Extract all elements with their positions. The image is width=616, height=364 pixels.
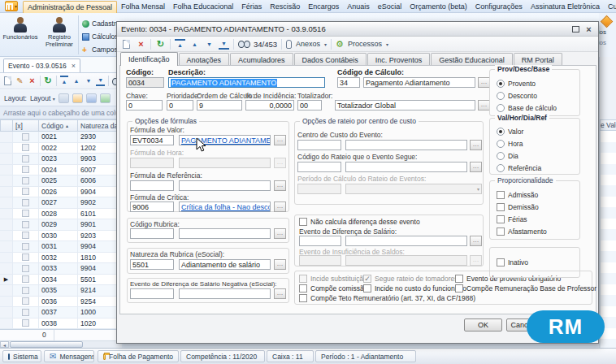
formula-valor-lookup-button[interactable]: … (274, 135, 286, 145)
centro-custo-name-field[interactable] (345, 140, 467, 150)
radio-option[interactable]: Referência (490, 162, 579, 174)
natureza-rubrica-lookup-button[interactable]: … (274, 259, 286, 270)
radio-option[interactable]: Dia (490, 150, 579, 162)
formula-referencia-lookup-button[interactable]: … (274, 180, 286, 191)
menu-tab[interactable]: Anuais (343, 1, 374, 13)
new-record-button[interactable] (3, 76, 12, 86)
compoe-remuneracao-checkbox[interactable]: Compõe Remuneração Base de Professor (455, 284, 596, 292)
dialog-tab[interactable]: Dados Contábeis (294, 53, 367, 66)
totalizador-code-field[interactable]: 00 (297, 100, 322, 110)
previous-record-button[interactable]: ▲ (189, 39, 200, 50)
descricao-field[interactable]: PAGAMENTO ADIANTAMENTO (168, 77, 325, 88)
formula-valor-name-field[interactable]: PAGAMENTO ADIANTAMENTO (179, 135, 271, 145)
delete-record-button[interactable]: × (28, 76, 37, 86)
first-record-button[interactable]: ▲ (175, 39, 185, 50)
dialog-title-bar[interactable]: Evento: 0034 - PAGAMENTO ADIANTAMENTO - … (117, 22, 598, 37)
scroll-left-icon[interactable]: ◂ (0, 341, 9, 348)
natureza-rubrica-code-field[interactable]: 5501 (130, 259, 174, 270)
formula-critica-code-field[interactable]: 9006 (130, 202, 174, 212)
inativo-checkbox[interactable]: Inativo (497, 258, 528, 266)
next-record-button[interactable]: ▼ (84, 76, 93, 86)
compoe-teto-checkbox[interactable]: Compõe Teto Remuneratório (art. 37, XI, … (299, 294, 475, 302)
next-record-button[interactable]: ▼ (204, 39, 215, 50)
prioridade-field[interactable]: 0 (167, 100, 193, 110)
new-record-button[interactable] (121, 39, 132, 50)
radio-option[interactable]: Desconto (490, 89, 579, 102)
evento-dif-lookup-button[interactable]: … (470, 236, 482, 246)
folha-pagamento-status[interactable]: Folha de Pagamento (98, 350, 179, 362)
ok-button[interactable]: OK (464, 318, 502, 332)
refresh-button[interactable]: ↻ (155, 39, 166, 50)
menu-tab[interactable]: Assinatura Eletrônica (527, 1, 604, 13)
radio-option[interactable]: Provento (490, 77, 579, 89)
table-row[interactable]: ▶ 0033 9904 (0, 263, 122, 275)
codigo-field[interactable]: 0034 (126, 77, 164, 88)
table-row[interactable]: ▶ 0024 6007 (0, 165, 122, 176)
codigo-calculo-name-field[interactable]: Pagamento Adiantamento (363, 77, 475, 88)
funcionarios-button[interactable]: Funcionários (2, 15, 39, 55)
last-record-button[interactable]: ▼ (96, 76, 105, 86)
layout-dropdown[interactable]: Layout ▾ (30, 94, 55, 102)
dialog-tab[interactable]: Acumuladores (230, 53, 293, 66)
delete-record-button[interactable]: × (136, 39, 146, 50)
menu-tab[interactable]: Folha Mensal (117, 1, 169, 13)
checkbox-option[interactable]: Férias (490, 213, 579, 225)
menu-tab[interactable]: Férias (237, 1, 266, 13)
formula-valor-code-field[interactable]: EVT0034 (130, 135, 174, 145)
codigo-rateio-code-field[interactable] (297, 162, 341, 172)
totalizador-name-field[interactable]: Totalizador Global (335, 100, 475, 110)
previous-record-button[interactable]: ▲ (72, 76, 80, 86)
evento-dif-code-field[interactable] (299, 236, 341, 246)
nao-calcula-checkbox[interactable]: Não calcula diferença desse evento (299, 218, 420, 226)
ordem-calculo-field[interactable]: 9 (197, 100, 242, 110)
table-row[interactable]: ▶ 0023 9903 (0, 154, 122, 165)
dialog-tab[interactable]: Identificação (120, 52, 178, 66)
relatorios-icon[interactable] (601, 15, 614, 28)
evento-dif-negativa-name-field[interactable] (179, 288, 271, 299)
layout-icon-1[interactable] (59, 93, 69, 103)
table-row[interactable]: ▶ 0028 6101 (0, 209, 122, 220)
scrollbar-thumb[interactable] (10, 341, 83, 348)
table-row[interactable]: ▶ 0032 1810 (0, 253, 122, 264)
table-row[interactable]: ▶ 0036 9254 (0, 297, 122, 308)
anexos-dropdown[interactable]: Anexos (296, 40, 320, 48)
formula-referencia-name-field[interactable] (179, 180, 271, 191)
maximize-icon[interactable] (570, 24, 581, 33)
registro-preliminar-button[interactable]: Registro Preliminar (41, 15, 78, 55)
menu-tab[interactable]: Configurações (471, 1, 527, 13)
incide-substituicao-checkbox[interactable]: Incide substituição (299, 275, 367, 283)
table-row[interactable]: ▶ 0034 5501 (0, 275, 122, 286)
checkbox-option[interactable]: Afastamento (490, 225, 579, 237)
radio-option[interactable]: Hora (490, 137, 579, 150)
dialog-tab[interactable]: Inc. Proventos (367, 53, 431, 66)
table-row[interactable]: ▶ 0021 2930 (0, 132, 122, 143)
search-icon[interactable] (238, 41, 249, 47)
sistema-button[interactable]: Sistema (2, 350, 41, 362)
table-row[interactable]: ▶ 0025 6006 (0, 176, 122, 187)
layout-icon-2[interactable] (72, 93, 83, 103)
totalizador-lookup-button[interactable]: … (478, 100, 490, 110)
menu-tab[interactable]: Rescisão (266, 1, 304, 13)
dialog-tab[interactable]: RM Portal (514, 53, 562, 66)
menu-tab[interactable]: Orçamento (beta) (406, 1, 471, 13)
menu-tab[interactable]: eSocial (374, 1, 406, 13)
checkbox-option[interactable]: Demissão (490, 201, 579, 213)
radio-option[interactable]: Base de cálculo (490, 102, 579, 114)
checkbox-option[interactable]: Admissão (490, 188, 579, 201)
menu-tab[interactable]: Administração de Pessoal (23, 1, 117, 13)
layout-icon-3[interactable] (86, 93, 97, 103)
menu-tab[interactable]: Encargos (304, 1, 343, 13)
evento-dif-name-field[interactable] (345, 236, 467, 246)
first-record-button[interactable]: ▲ (60, 76, 69, 86)
edit-record-button[interactable]: ✎ (15, 76, 24, 86)
evento-dif-negativa-lookup-button[interactable]: … (274, 288, 286, 299)
close-icon[interactable] (583, 24, 594, 33)
table-row[interactable]: ▶ 0038 1020 (0, 318, 122, 330)
evento-document-tab[interactable]: Evento - 03.9.0516 × (3, 58, 80, 72)
table-row[interactable]: ▶ 0022 1202 (0, 143, 122, 154)
compoe-comissao-checkbox[interactable]: Compõe comissão (299, 284, 367, 292)
natureza-rubrica-name-field[interactable]: Adiantamento de salário (179, 259, 271, 270)
codigo-calculo-code-field[interactable]: 34 (337, 77, 360, 88)
table-row[interactable]: ▶ 0030 9203 (0, 231, 122, 242)
codigo-rateio-name-field[interactable] (345, 162, 467, 172)
